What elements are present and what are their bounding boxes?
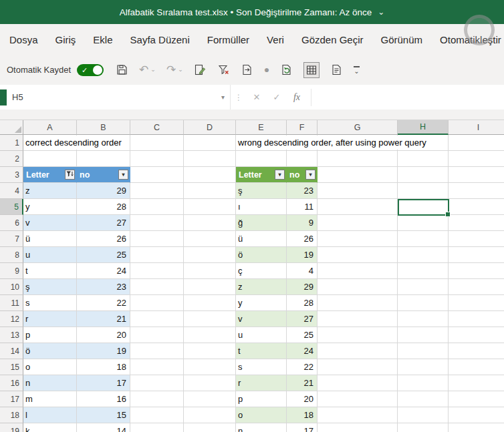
cell-C10[interactable] [130,279,184,295]
insert-function-icon[interactable]: fx [287,92,307,103]
cell-D19[interactable] [184,423,236,432]
cell-I10[interactable] [449,279,504,295]
cell-B12[interactable]: 21 [77,311,130,327]
cell-D13[interactable] [184,327,236,343]
cell-G13[interactable] [318,327,398,343]
cell-F13[interactable]: 25 [287,327,318,343]
cell-E19[interactable]: n [236,423,287,432]
cell-F6[interactable]: 9 [287,215,318,231]
enter-icon[interactable]: ✓ [267,92,287,102]
column-header-E[interactable]: E [236,120,287,135]
cell-D5[interactable] [184,199,236,215]
cell-I19[interactable] [449,423,504,432]
cell-F3[interactable]: no▾ [287,167,318,183]
cell-G11[interactable] [318,295,398,311]
cell-F9[interactable]: 4 [287,263,318,279]
cell-D15[interactable] [184,359,236,375]
cell-C8[interactable] [130,247,184,263]
cell-C3[interactable] [130,167,184,183]
filter-dropdown-button[interactable]: ▾ [118,170,128,180]
cell-H11[interactable] [398,295,449,311]
cancel-icon[interactable]: ✕ [247,92,267,102]
cell-I17[interactable] [449,391,504,407]
cell-D11[interactable] [184,295,236,311]
row-header-5[interactable]: 5 [0,199,23,215]
cell-A19[interactable]: k [23,423,77,432]
edit-sheet-icon[interactable] [330,63,343,76]
cell-F16[interactable]: 21 [287,375,318,391]
cell-C2[interactable] [130,151,184,167]
column-header-I[interactable]: I [449,120,504,135]
cell-E8[interactable]: ö [236,247,287,263]
cell-I14[interactable] [449,343,504,359]
cell-A9[interactable]: t [23,263,77,279]
row-header-2[interactable]: 2 [0,151,23,167]
tab-sayfa-du-zeni[interactable]: Sayfa Düzeni [130,34,190,45]
save-icon[interactable] [116,63,128,76]
cell-D8[interactable] [184,247,236,263]
cell-F4[interactable]: 23 [287,183,318,199]
tab-go-zden-gec-ir[interactable]: Gözden Geçir [301,34,364,45]
cell-E5[interactable]: ı [236,199,287,215]
cell-H14[interactable] [398,343,449,359]
name-box[interactable]: H5 ▾ [7,85,231,110]
cell-B9[interactable]: 24 [77,263,130,279]
cell-B18[interactable]: 15 [77,407,130,423]
cell-E17[interactable]: p [236,391,287,407]
cell-H13[interactable] [398,327,449,343]
cell-E2[interactable] [236,151,287,167]
cell-G19[interactable] [318,423,398,432]
column-header-H[interactable]: H [398,120,449,135]
redo-icon[interactable]: ↷⌄ [166,63,183,76]
cell-G18[interactable] [318,407,398,423]
cell-G3[interactable] [318,167,398,183]
formula-input[interactable] [316,85,504,110]
undo-icon[interactable]: ↶⌄ [139,63,156,76]
cell-B19[interactable]: 14 [77,423,130,432]
filter-dropdown-button[interactable]: ▾ [305,170,316,180]
formula-bar-handle[interactable]: ⋮ [231,93,247,102]
cell-F17[interactable]: 20 [287,391,318,407]
cell-G17[interactable] [318,391,398,407]
cell-I18[interactable] [449,407,504,423]
row-header-14[interactable]: 14 [0,343,23,359]
cell-F11[interactable]: 28 [287,295,318,311]
cell-B15[interactable]: 18 [77,359,130,375]
cell-A18[interactable]: l [23,407,77,423]
cell-H4[interactable] [398,183,449,199]
cell-G16[interactable] [318,375,398,391]
cell-B16[interactable]: 17 [77,375,130,391]
cell-B10[interactable]: 23 [77,279,130,295]
cell-G9[interactable] [318,263,398,279]
cell-F15[interactable]: 22 [287,359,318,375]
cell-E4[interactable]: ş [236,183,287,199]
cell-H10[interactable] [398,279,449,295]
row-header-18[interactable]: 18 [0,407,23,423]
tab-ekle[interactable]: Ekle [93,34,112,45]
row-header-12[interactable]: 12 [0,311,23,327]
cell-D4[interactable] [184,183,236,199]
cell-F14[interactable]: 24 [287,343,318,359]
tab-dosya[interactable]: Dosya [9,34,38,45]
cell-C6[interactable] [130,215,184,231]
cell-I7[interactable] [449,231,504,247]
cell-H17[interactable] [398,391,449,407]
cell-G8[interactable] [318,247,398,263]
cell-I16[interactable] [449,375,504,391]
table-grid-icon[interactable] [303,62,320,78]
row-header-17[interactable]: 17 [0,391,23,407]
cell-B3[interactable]: no▾ [77,167,130,183]
cell-B17[interactable]: 16 [77,391,130,407]
row-header-11[interactable]: 11 [0,295,23,311]
cell-I9[interactable] [449,263,504,279]
cell-D1[interactable] [184,135,236,151]
cell-E9[interactable]: ç [236,263,287,279]
cell-F18[interactable]: 18 [287,407,318,423]
cell-C16[interactable] [130,375,184,391]
cell-C4[interactable] [130,183,184,199]
cell-H18[interactable] [398,407,449,423]
cell-H9[interactable] [398,263,449,279]
cell-H19[interactable] [398,423,449,432]
cell-C17[interactable] [130,391,184,407]
cell-C1[interactable] [130,135,184,151]
